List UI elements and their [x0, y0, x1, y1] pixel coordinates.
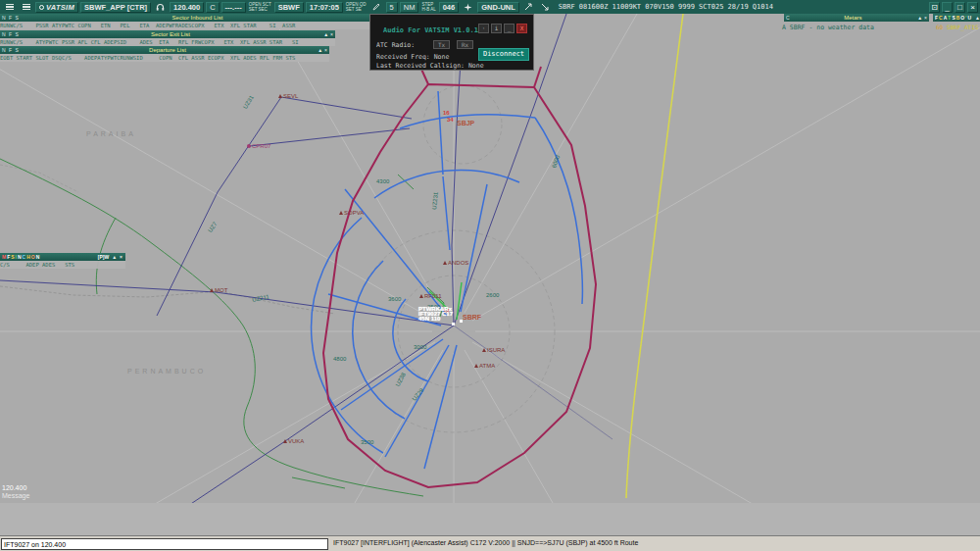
letter-button-f[interactable]: F [7, 254, 10, 260]
strip-list-titlebar[interactable]: MFSINCHON [P]W ▲ × [0, 253, 125, 261]
atis-callsign[interactable]: SBRF_ATIS [947, 24, 979, 30]
waypoint-triangle-icon [482, 348, 486, 352]
afv-close-button[interactable]: X [516, 24, 527, 33]
menu-button-2[interactable] [19, 4, 33, 11]
step-selector[interactable]: STEP H-B AL [420, 2, 436, 12]
audio-for-vatsim-dialog: Audio For VATSIM V1.0.1 ·i_X ATC Radio: … [369, 14, 534, 71]
collapse-icon[interactable]: ▲ [323, 31, 328, 37]
list-column-headers: RUNWC/S PSSR ATYPWTC COPN ETN PEL ETA AD… [0, 22, 389, 29]
map-label-text: 4300 [376, 178, 389, 184]
letter-button-a[interactable]: A [944, 15, 948, 21]
collapse-icon[interactable]: ▲ [975, 15, 980, 21]
map-label-atma: ATMA [474, 363, 495, 369]
strip-list-letter-buttons[interactable]: MFSINCHON [2, 254, 97, 260]
command-input[interactable] [1, 538, 328, 550]
afv-button-1[interactable]: i [491, 24, 502, 33]
radar-map[interactable]: PARAIBAPERNAMBUCOSEVLCPR07MOTSOPVARF011A… [0, 0, 980, 551]
letter-button-s[interactable]: S [952, 15, 955, 21]
close-icon[interactable]: × [924, 15, 927, 21]
primary-frequency[interactable]: 120.400 [170, 2, 204, 13]
c-button[interactable]: C [206, 2, 219, 13]
letter-button-o[interactable]: O [960, 15, 964, 21]
close-icon[interactable]: × [330, 31, 333, 37]
arrow-down-right-icon [541, 3, 549, 11]
list-mode-buttons[interactable]: N F S [2, 47, 20, 53]
letter-button-b[interactable]: B [956, 15, 960, 21]
menu-button-1[interactable] [2, 4, 17, 11]
list-titlebar[interactable]: N F S Departure List ▲ × [0, 46, 329, 54]
letter-button-f[interactable]: F [935, 15, 938, 21]
atis-titlebar[interactable]: FCATSBO'U ▲ × [933, 14, 980, 22]
message-label[interactable]: Message [2, 492, 29, 500]
range-value[interactable]: 5 [386, 2, 398, 13]
sector-inbound-list: N F S Sector Inbound List ▲ × RUNWC/S PS… [0, 14, 389, 29]
letter-button-m[interactable]: M [2, 254, 6, 260]
vor-circle-icon [247, 144, 251, 148]
atis-letter-buttons[interactable]: FCATSBO'U [935, 15, 972, 21]
afv-button-2[interactable]: _ [504, 24, 514, 33]
vector-up-button[interactable] [521, 3, 536, 11]
aircraft-datablock-cluster[interactable]: PTWRK&RxIFT9027 C1745N 110 [418, 307, 453, 322]
letter-button-o[interactable]: O [31, 254, 35, 260]
disconnect-button[interactable]: Disconnect [478, 48, 529, 61]
tx-button[interactable]: Tx [433, 40, 450, 49]
waypoint-triangle-icon [283, 439, 287, 443]
close-button[interactable]: × [967, 2, 978, 13]
list-mode-buttons[interactable]: N F S [2, 31, 20, 37]
headset-button[interactable] [153, 3, 168, 12]
flightplan-status-text: IFT9027 [INTERFLIGHT] (Alencaster Assist… [333, 539, 638, 546]
collapse-icon[interactable]: ▲ [917, 15, 922, 21]
command-bar: IFT9027 [INTERFLIGHT] (Alencaster Assist… [0, 535, 980, 551]
map-label-text: CPR07 [252, 143, 270, 149]
qd-selector[interactable]: OPEN QD SET SE [345, 2, 368, 12]
strip-list-tag: [P]W [98, 254, 109, 260]
map-label-3000: 3000 [414, 344, 426, 350]
fullscreen-button[interactable]: ⊡ [929, 2, 940, 13]
letter-button-t[interactable]: T [948, 15, 951, 21]
altitude-filter[interactable]: GND-UNL [477, 2, 519, 13]
letter-button-u[interactable]: U [967, 15, 971, 21]
active-airport[interactable]: SBWF [274, 2, 304, 13]
range-unit[interactable]: NM [400, 2, 419, 13]
aircraft-filter-button[interactable] [461, 3, 475, 12]
map-label-pernambuco: PERNAMBUCO [127, 369, 206, 375]
map-label-text: 4800 [333, 356, 346, 362]
metars-titlebar[interactable]: C Metars ▲ × [784, 14, 929, 22]
afv-button-0[interactable]: · [478, 24, 489, 33]
collapse-icon[interactable]: ▲ [318, 47, 322, 53]
sct-selector[interactable]: OPEN SCT SET SEC [248, 2, 272, 12]
rx-button[interactable]: Rx [457, 40, 473, 49]
map-label-text: 34 [447, 117, 454, 123]
maximize-button[interactable]: □ [955, 2, 965, 13]
list-titlebar[interactable]: N F S Sector Exit List ▲ × [0, 30, 335, 38]
secondary-frequency[interactable]: ---.--- [221, 2, 246, 13]
map-label-sbjp: SBJP [457, 121, 474, 126]
letter-button-h[interactable]: H [26, 254, 30, 260]
heading-field[interactable]: 046 [439, 2, 460, 13]
map-label-text: MOT [215, 287, 227, 293]
collapse-icon[interactable]: ▲ [112, 254, 117, 260]
vector-down-button[interactable] [538, 3, 553, 11]
clock: 17:07:05 [306, 2, 343, 13]
callsign-field[interactable]: SBWF_APP [CTR] [80, 2, 151, 13]
close-icon[interactable]: × [120, 254, 122, 260]
letter-button-c[interactable]: C [23, 254, 26, 260]
list-mode-buttons[interactable]: N F S [2, 15, 20, 21]
map-label-andos: ANDOS [443, 260, 468, 266]
aircraft-symbol[interactable] [460, 320, 463, 323]
letter-button-n[interactable]: N [36, 254, 40, 260]
list-titlebar[interactable]: N F S Sector Inbound List ▲ × [0, 14, 389, 22]
map-label-text: SOPVA [344, 210, 364, 216]
letter-button-c[interactable]: C [939, 15, 943, 21]
minimize-button[interactable]: _ [942, 2, 953, 13]
letter-button-s[interactable]: S [11, 254, 14, 260]
letter-button-n[interactable]: N [18, 254, 22, 260]
letter-button-i[interactable]: I [16, 254, 17, 260]
map-label-text: 3000 [414, 344, 426, 350]
waypoint-triangle-icon [443, 261, 447, 265]
vatsim-logo[interactable]: VATSIM [35, 2, 78, 13]
close-icon[interactable]: × [324, 47, 327, 53]
aircraft-symbol[interactable] [452, 323, 455, 326]
received-freq-label: Received Freq: None [376, 53, 449, 61]
pencil-button[interactable] [369, 3, 384, 11]
